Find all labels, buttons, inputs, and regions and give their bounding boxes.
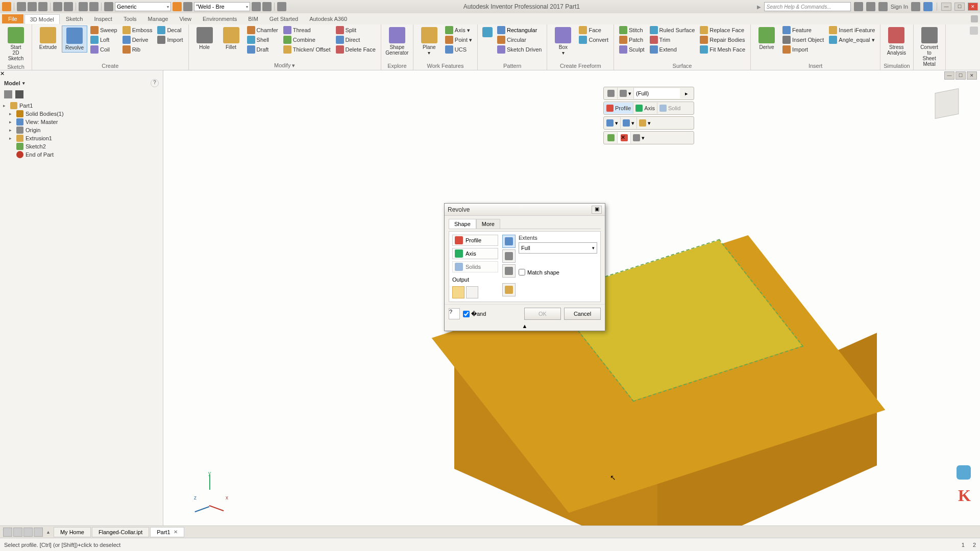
qat-save-icon[interactable] <box>38 2 47 11</box>
help-bubble-icon[interactable] <box>957 465 971 480</box>
dialog-tab-shape[interactable]: Shape <box>449 219 476 229</box>
tree-extrusion1[interactable]: ▸Extrusion1 <box>2 134 161 142</box>
mini-extents-input[interactable] <box>634 88 680 98</box>
insert-object-button[interactable]: Insert Object <box>780 35 826 44</box>
doctab-icon-4[interactable] <box>34 528 43 537</box>
ucs-button[interactable]: UCS <box>443 45 474 54</box>
dialog-expand-icon[interactable]: ▲ <box>445 323 605 331</box>
decal-button[interactable]: Decal <box>155 26 185 35</box>
op-intersect-icon[interactable] <box>502 264 516 278</box>
tab-environments[interactable]: Environments <box>198 14 242 23</box>
tab-get-started[interactable]: Get Started <box>264 14 303 23</box>
find-icon[interactable] <box>15 90 23 98</box>
filter-icon[interactable] <box>4 90 12 98</box>
dialog-help-icon[interactable]: ? <box>449 308 460 319</box>
rib-button[interactable]: Rib <box>120 45 155 54</box>
doc-tab-myhome[interactable]: My Home <box>54 527 91 537</box>
doc-tab-flanged-collar[interactable]: Flanged-Collar.ipt <box>92 527 149 537</box>
doctab-icon-1[interactable] <box>3 528 12 537</box>
coil-button[interactable]: Coil <box>88 45 119 54</box>
qat-material-icon[interactable] <box>104 2 113 11</box>
mini-next-icon[interactable]: ▸ <box>680 88 693 99</box>
doctab-icon-3[interactable] <box>23 528 33 537</box>
face-button[interactable]: Face <box>577 26 610 35</box>
appearance-dropdown[interactable]: "Weld - Bre <box>194 2 250 11</box>
mini-profile-button[interactable]: Profile <box>604 103 633 114</box>
qat-new-icon[interactable] <box>17 2 26 11</box>
qat-measure-icon[interactable] <box>252 2 261 11</box>
loft-button[interactable]: Loft <box>88 35 119 44</box>
output-solid-icon[interactable] <box>452 286 464 298</box>
browser-model-dropdown[interactable]: Model▾ ? <box>0 77 163 89</box>
doc-minimize-icon[interactable]: — <box>944 71 954 80</box>
user-icon[interactable] <box>878 2 888 11</box>
emboss-button[interactable]: Emboss <box>120 26 155 35</box>
output-surface-icon[interactable] <box>466 286 478 298</box>
hole-button[interactable]: Hole <box>192 26 217 52</box>
match-shape-checkbox[interactable] <box>519 269 525 276</box>
op-newsolid-icon[interactable] <box>502 283 516 296</box>
tree-view-master[interactable]: ▸View: Master <box>2 118 161 126</box>
shell-button[interactable]: Shell <box>245 35 280 44</box>
extents-dropdown[interactable]: Full <box>519 242 597 254</box>
convert-button[interactable]: Convert <box>577 35 610 44</box>
box-button[interactable]: Box ▾ <box>550 26 576 57</box>
dialog-tab-more[interactable]: More <box>476 219 500 229</box>
ruled-surface-button[interactable]: Ruled Surface <box>648 26 697 35</box>
sketch-driven-button[interactable]: Sketch Driven <box>495 45 544 54</box>
doctab-icon-2[interactable] <box>13 528 22 537</box>
material-dropdown[interactable]: Generic <box>115 2 171 11</box>
axis-button[interactable]: Axis ▾ <box>443 26 474 35</box>
mini-solid-button[interactable]: Solid <box>657 103 682 114</box>
tree-root[interactable]: ▸Part1 <box>2 102 161 110</box>
close-button[interactable]: ✕ <box>968 3 978 11</box>
doc-tab-part1[interactable]: Part1✕ <box>150 527 184 537</box>
help-icon[interactable] <box>923 2 933 11</box>
revolve-dialog[interactable]: Revolve ▣ Shape More Profile Axis Solids… <box>444 203 605 331</box>
derive-button[interactable]: Derive <box>120 35 155 44</box>
thread-button[interactable]: Thread <box>281 26 333 35</box>
maximize-button[interactable]: ☐ <box>954 3 965 11</box>
qat-appearance-icon[interactable] <box>173 2 182 11</box>
mirror-button[interactable] <box>481 26 494 39</box>
mini-axis-button[interactable]: Axis <box>633 103 657 114</box>
ribbon-expand-icon[interactable] <box>970 27 978 35</box>
doc-tab-close-icon[interactable]: ✕ <box>174 529 178 535</box>
combine-button[interactable]: Combine <box>281 35 333 44</box>
mini-cancel-icon[interactable]: ✕ <box>618 132 631 143</box>
mini-join-icon[interactable]: ▾ <box>604 117 621 129</box>
point-button[interactable]: Point ▾ <box>443 35 474 44</box>
import-insert-button[interactable]: Import <box>780 45 826 54</box>
tree-origin[interactable]: ▸Origin <box>2 126 161 134</box>
doc-restore-icon[interactable]: ☐ <box>955 71 966 80</box>
tab-inspect[interactable]: Inspect <box>89 14 117 23</box>
viewport[interactable]: — ☐ ✕ ▾ ▸ Profile Axis Solid <box>163 70 980 525</box>
op-cut-icon[interactable] <box>502 249 516 263</box>
qat-update-icon[interactable] <box>79 2 88 11</box>
patch-button[interactable]: Patch <box>617 35 647 44</box>
view-cube[interactable] <box>929 86 965 121</box>
select-solids-button[interactable]: Solids <box>452 261 498 272</box>
tab-manage[interactable]: Manage <box>143 14 174 23</box>
key-icon[interactable] <box>866 2 875 11</box>
doctab-up-icon[interactable]: ▲ <box>44 530 53 535</box>
qat-color-icon[interactable] <box>183 2 192 11</box>
browser-help-icon[interactable]: ? <box>151 79 159 87</box>
qat-param-icon[interactable] <box>262 2 272 11</box>
thicken-offset-button[interactable]: Thicken/ Offset <box>281 45 333 54</box>
ok-button[interactable]: OK <box>524 308 561 320</box>
delete-face-button[interactable]: Delete Face <box>334 45 378 54</box>
qat-open-icon[interactable] <box>28 2 37 11</box>
repair-bodies-button[interactable]: Repair Bodies <box>698 35 747 44</box>
import-button[interactable]: Import <box>155 35 185 44</box>
app-icon[interactable] <box>2 2 11 11</box>
start-2d-sketch-button[interactable]: Start 2D Sketch <box>3 26 29 63</box>
browser-close-icon[interactable]: ✕ <box>0 70 5 77</box>
derive-insert-button[interactable]: Derive <box>754 26 779 52</box>
doc-close-icon[interactable]: ✕ <box>967 71 977 80</box>
tab-tools[interactable]: Tools <box>118 14 142 23</box>
help-search-input[interactable] <box>764 2 851 11</box>
ribbon-options-icon[interactable] <box>971 15 978 22</box>
tree-solid-bodies[interactable]: ▸Solid Bodies(1) <box>2 110 161 118</box>
mini-direction-icon[interactable]: ▾ <box>637 117 653 129</box>
